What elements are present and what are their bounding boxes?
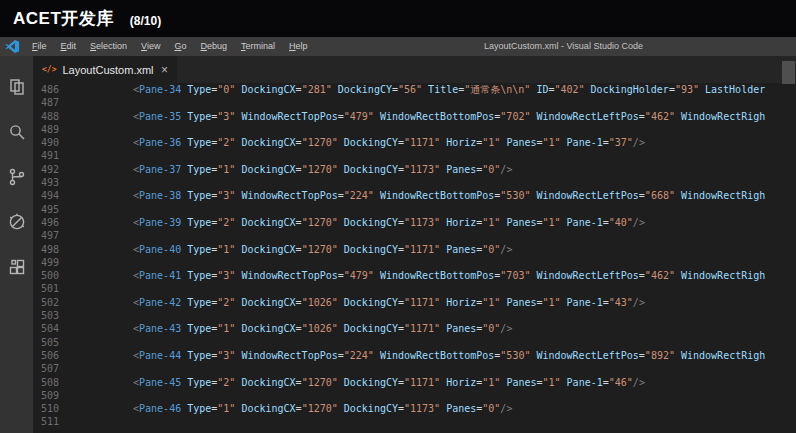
line-number[interactable]: 491 [33,149,59,162]
workbench: </> LayoutCustom.xml × 486<Pane-34 Type=… [0,56,796,433]
code-token: Title [422,84,458,95]
line-number[interactable]: 492 [33,163,59,176]
tab-layoutcustom-xml[interactable]: </> LayoutCustom.xml × [33,56,177,83]
code-line[interactable]: 501 [33,282,796,295]
line-number[interactable]: 489 [33,123,59,136]
code-line[interactable]: 510<Pane-46 Type="1" DockingCX="1270" Do… [33,402,796,415]
debug-icon[interactable] [7,212,27,232]
code-line[interactable]: 503 [33,309,796,322]
line-number[interactable]: 506 [33,349,59,362]
line-number[interactable]: 496 [33,216,59,229]
code-line[interactable]: 494<Pane-38 Type="3" WindowRectTopPos="2… [33,189,796,202]
code-token: "0" [482,323,500,334]
code-token: "3" [217,111,235,122]
code-line[interactable]: 495 [33,203,796,216]
line-number[interactable]: 508 [33,376,59,389]
app-title: ACET开发库 [13,7,114,30]
menu-item-debug[interactable]: Debug [193,37,234,56]
code-line[interactable]: 509 [33,389,796,402]
source-control-icon[interactable] [7,167,27,187]
code-token: DockingCX [235,164,295,175]
code-line[interactable]: 497 [33,229,796,242]
code-token: Type [181,164,211,175]
menu-item-terminal[interactable]: Terminal [234,37,282,56]
code-line[interactable]: 504<Pane-43 Type="1" DockingCX="1026" Do… [33,322,796,335]
scrollbar-thumb[interactable] [782,61,795,84]
code-token: Horiz [440,297,476,308]
explorer-icon[interactable] [7,77,27,97]
code-line[interactable]: 507 [33,362,796,375]
code-token: "224" [344,190,374,201]
code-token: Type [181,111,211,122]
tab-close-icon[interactable]: × [161,64,168,76]
code-token: "462" [645,270,675,281]
menu-item-edit[interactable]: Edit [54,37,84,56]
tab-label: LayoutCustom.xml [62,64,153,76]
menu-item-selection[interactable]: Selection [83,37,134,56]
menu-item-file[interactable]: File [25,37,54,56]
code-token: Horiz [440,137,476,148]
code-line[interactable]: 505 [33,336,796,349]
line-number[interactable]: 511 [33,415,59,428]
menu-item-view[interactable]: View [134,37,167,56]
code-line[interactable]: 506<Pane-44 Type="3" WindowRectTopPos="2… [33,349,796,362]
code-token: "1171" [404,297,440,308]
extensions-icon[interactable] [7,257,27,277]
code-token: "0" [217,84,235,95]
line-number[interactable]: 507 [33,362,59,375]
code-line[interactable]: 489 [33,123,796,136]
code-token: "1171" [404,244,440,255]
code-token: DockingHolder [585,84,669,95]
code-line[interactable]: 508<Pane-45 Type="2" DockingCX="1270" Do… [33,376,796,389]
line-number[interactable]: 505 [33,336,59,349]
line-number[interactable]: 501 [33,282,59,295]
code-editor[interactable]: 486<Pane-34 Type="0" DockingCX="281" Doc… [33,83,796,433]
code-line[interactable]: 487 [33,96,796,109]
code-text: <Pane-41 Type="3" WindowRectTopPos="479"… [133,269,765,282]
line-number[interactable]: 504 [33,322,59,335]
code-line[interactable]: 486<Pane-34 Type="0" DockingCX="281" Doc… [33,83,796,96]
code-line[interactable]: 488<Pane-35 Type="3" WindowRectTopPos="4… [33,110,796,123]
code-line[interactable]: 502<Pane-42 Type="2" DockingCX="1026" Do… [33,296,796,309]
line-number[interactable]: 493 [33,176,59,189]
line-number[interactable]: 503 [33,309,59,322]
line-number[interactable]: 494 [33,189,59,202]
line-number[interactable]: 490 [33,136,59,149]
line-number[interactable]: 488 [33,110,59,123]
line-number[interactable]: 502 [33,296,59,309]
code-token: "1" [543,377,561,388]
line-number[interactable]: 487 [33,96,59,109]
code-token: /> [633,377,645,388]
code-line[interactable]: 511 [33,415,796,428]
line-number[interactable]: 495 [33,203,59,216]
code-line[interactable]: 496<Pane-39 Type="2" DockingCX="1270" Do… [33,216,796,229]
line-number[interactable]: 509 [33,389,59,402]
code-line[interactable]: 500<Pane-41 Type="3" WindowRectTopPos="4… [33,269,796,282]
line-number[interactable]: 497 [33,229,59,242]
code-text: <Pane-37 Type="1" DockingCX="1270" Docki… [133,163,512,176]
code-token: Pane-41 [139,270,181,281]
code-token: "3" [217,270,235,281]
line-number[interactable]: 510 [33,402,59,415]
search-icon[interactable] [7,122,27,142]
line-number[interactable]: 499 [33,256,59,269]
line-number[interactable]: 498 [33,243,59,256]
code-text: <Pane-43 Type="1" DockingCX="1026" Docki… [133,322,512,335]
code-line[interactable]: 493 [33,176,796,189]
code-token: "0" [482,244,500,255]
code-token: "46" [609,377,633,388]
code-token: "1270" [302,244,338,255]
code-token: "1171" [404,377,440,388]
code-token: WindowRectLeftPos [530,270,638,281]
code-token: Panes [500,137,536,148]
code-line[interactable]: 492<Pane-37 Type="1" DockingCX="1270" Do… [33,163,796,176]
code-line[interactable]: 498<Pane-40 Type="1" DockingCX="1270" Do… [33,243,796,256]
menu-item-help[interactable]: Help [282,37,315,56]
code-line[interactable]: 490<Pane-36 Type="2" DockingCX="1270" Do… [33,136,796,149]
line-number[interactable]: 486 [33,83,59,96]
window-title-bar: ACET开发库 (8/10) [0,0,796,37]
code-line[interactable]: 491 [33,149,796,162]
line-number[interactable]: 500 [33,269,59,282]
code-line[interactable]: 499 [33,256,796,269]
menu-item-go[interactable]: Go [167,37,193,56]
